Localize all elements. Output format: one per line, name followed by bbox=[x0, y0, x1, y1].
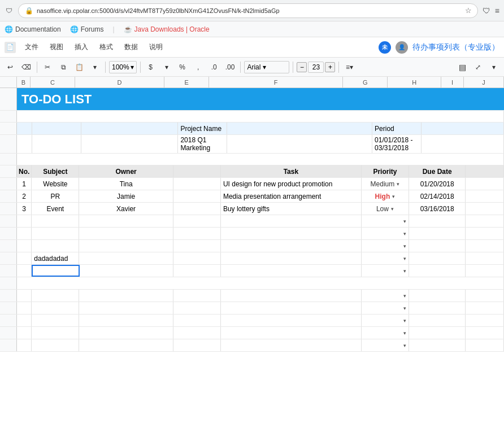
cell-b-e9[interactable] bbox=[17, 302, 32, 314]
dropdown-e8[interactable]: ▾ bbox=[403, 293, 406, 299]
cell-e-e10[interactable] bbox=[173, 315, 221, 326]
font-size-increase[interactable]: + bbox=[325, 62, 335, 72]
cut-button[interactable]: ✂ bbox=[41, 60, 54, 74]
cell-c-e12[interactable] bbox=[32, 339, 79, 351]
cell-d-e4[interactable] bbox=[79, 215, 173, 227]
cell-i-e11[interactable] bbox=[466, 327, 504, 339]
cell-f-dada[interactable] bbox=[221, 252, 362, 264]
font-size-decrease[interactable]: − bbox=[297, 62, 307, 72]
cell-e-e11[interactable] bbox=[173, 327, 221, 339]
dropdown-e12[interactable]: ▾ bbox=[403, 343, 406, 348]
cell-h-e8[interactable] bbox=[409, 290, 466, 302]
menu-file[interactable]: 文件 bbox=[23, 41, 41, 53]
currency-button[interactable]: $ bbox=[144, 60, 158, 74]
menu-view[interactable]: 视图 bbox=[47, 41, 66, 53]
cell-b-e8[interactable] bbox=[17, 290, 32, 302]
cell-i-act[interactable] bbox=[466, 265, 504, 277]
cell-b-e5[interactable] bbox=[17, 228, 32, 239]
cell-b-act[interactable] bbox=[17, 265, 32, 277]
cell-c-e8[interactable] bbox=[32, 290, 79, 302]
shield-action-icon[interactable]: 🛡 bbox=[483, 6, 490, 15]
bookmark-forums[interactable]: 🌐 Forums bbox=[70, 25, 104, 33]
menu-icon[interactable]: ≡ bbox=[495, 6, 499, 15]
undo-button[interactable]: ↩ bbox=[3, 60, 17, 74]
dropdown-e9[interactable]: ▾ bbox=[403, 305, 406, 311]
cell-c-e11[interactable] bbox=[32, 327, 79, 339]
cell-i-e12[interactable] bbox=[466, 339, 504, 351]
cell-c-dada[interactable]: dadadadad bbox=[32, 252, 79, 264]
cell-b-e10[interactable] bbox=[17, 315, 32, 326]
cell-b-dada[interactable] bbox=[17, 252, 32, 264]
decimal-decrease-button[interactable]: .0 bbox=[207, 60, 221, 74]
eraser-button[interactable]: ⌫ bbox=[19, 60, 33, 74]
cell-f-e5[interactable] bbox=[221, 228, 362, 239]
cell-e-e12[interactable] bbox=[173, 339, 221, 351]
cell-f-e6[interactable] bbox=[221, 240, 362, 252]
cell-e-act[interactable] bbox=[173, 265, 221, 277]
cell-i-e4[interactable] bbox=[466, 215, 504, 227]
cell-d-e6[interactable] bbox=[79, 240, 173, 252]
cell-d-e10[interactable] bbox=[79, 315, 173, 326]
cell-b-e12[interactable] bbox=[17, 339, 32, 351]
priority-dropdown-3[interactable]: ▾ bbox=[391, 206, 394, 212]
cell-e-e9[interactable] bbox=[173, 302, 221, 314]
menu-insert[interactable]: 插入 bbox=[72, 41, 90, 53]
cell-h-e12[interactable] bbox=[409, 339, 466, 351]
priority-dropdown-2[interactable]: ▾ bbox=[392, 194, 395, 199]
font-selector[interactable]: Arial ▾ bbox=[244, 61, 289, 73]
bookmark-java[interactable]: ☕ Java Downloads | Oracle bbox=[124, 25, 210, 33]
cell-i-e9[interactable] bbox=[466, 302, 504, 314]
dropdown-e11[interactable]: ▾ bbox=[403, 330, 406, 336]
cell-h-e9[interactable] bbox=[409, 302, 466, 314]
cell-f-act[interactable] bbox=[221, 265, 362, 277]
cell-i-e8[interactable] bbox=[466, 290, 504, 302]
cell-e-e4[interactable] bbox=[173, 215, 221, 227]
menu-help[interactable]: 说明 bbox=[147, 41, 165, 53]
dropdown-dada[interactable]: ▾ bbox=[403, 256, 406, 261]
menu-format[interactable]: 格式 bbox=[97, 41, 115, 53]
cell-c-e9[interactable] bbox=[32, 302, 79, 314]
bookmark-documentation[interactable]: 🌐 Documentation bbox=[5, 25, 61, 33]
cell-h-act[interactable] bbox=[409, 265, 466, 277]
dropdown-act[interactable]: ▾ bbox=[403, 268, 406, 274]
cell-d-e11[interactable] bbox=[79, 327, 173, 339]
dropdown-e6[interactable]: ▾ bbox=[403, 243, 406, 249]
paste-button[interactable]: 📋 bbox=[72, 60, 86, 74]
address-bar[interactable]: 🔒 nasoffice.vip.cpolar.cn:5000/d/s/vl24f… bbox=[18, 3, 478, 18]
dropdown-e10[interactable]: ▾ bbox=[403, 318, 406, 324]
cell-h-dada[interactable] bbox=[409, 252, 466, 264]
cell-c-e4[interactable] bbox=[32, 215, 79, 227]
more-formats-btn[interactable]: ≡▾ bbox=[342, 60, 356, 74]
cell-f-e8[interactable] bbox=[221, 290, 362, 302]
cell-e-dada[interactable] bbox=[173, 252, 221, 264]
bookmark-star-icon[interactable]: ☆ bbox=[465, 6, 472, 15]
sidebar-toggle-btn[interactable]: ▤ bbox=[455, 60, 469, 74]
cell-d-dada[interactable] bbox=[79, 252, 173, 264]
cell-e-e8[interactable] bbox=[173, 290, 221, 302]
menu-data[interactable]: 数据 bbox=[122, 41, 140, 53]
cell-f-e11[interactable] bbox=[221, 327, 362, 339]
cell-f-e10[interactable] bbox=[221, 315, 362, 326]
cell-i-e6[interactable] bbox=[466, 240, 504, 252]
cell-f-e12[interactable] bbox=[221, 339, 362, 351]
cell-e-e5[interactable] bbox=[173, 228, 221, 239]
cell-c-e5[interactable] bbox=[32, 228, 79, 239]
cell-h-e5[interactable] bbox=[409, 228, 466, 239]
cell-wide-7[interactable] bbox=[17, 277, 504, 289]
cell-h-e10[interactable] bbox=[409, 315, 466, 326]
zoom-dropdown-icon[interactable]: ▾ bbox=[131, 63, 134, 71]
cell-d-e5[interactable] bbox=[79, 228, 173, 239]
cell-b-e6[interactable] bbox=[17, 240, 32, 252]
font-size-value[interactable]: 23 bbox=[308, 62, 324, 73]
expand-btn[interactable]: ⤢ bbox=[471, 60, 485, 74]
priority-dropdown-1[interactable]: ▾ bbox=[397, 181, 399, 187]
cell-i-dada[interactable] bbox=[466, 252, 504, 264]
cell-f-e9[interactable] bbox=[221, 302, 362, 314]
dropdown-e5[interactable]: ▾ bbox=[403, 231, 406, 237]
cell-c-e6[interactable] bbox=[32, 240, 79, 252]
currency-dropdown[interactable]: ▾ bbox=[160, 60, 173, 74]
comma-button[interactable]: , bbox=[192, 60, 205, 74]
cell-d-e9[interactable] bbox=[79, 302, 173, 314]
cell-b-e4[interactable] bbox=[17, 215, 32, 227]
paste-dropdown[interactable]: ▾ bbox=[88, 60, 102, 74]
